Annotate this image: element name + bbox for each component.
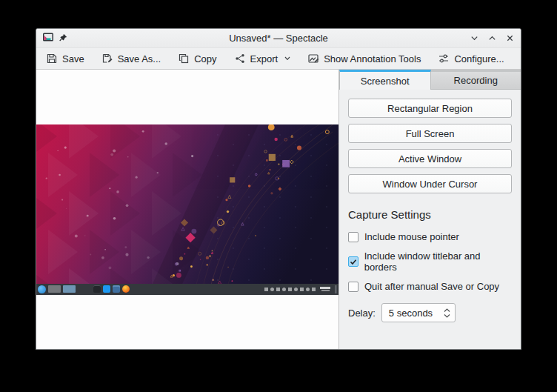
window-title: Unsaved* — Spectacle	[36, 33, 521, 44]
kate-icon	[103, 285, 110, 293]
configure-sliders-icon	[438, 53, 450, 64]
save-as-button[interactable]: Save As...	[101, 53, 161, 64]
tray-icon	[306, 288, 310, 291]
spectacle-app-icon	[42, 31, 54, 46]
annotation-icon	[307, 53, 319, 64]
tray-icon	[282, 288, 286, 291]
check-icon	[350, 259, 357, 265]
tray-icon	[270, 288, 274, 291]
wallpaper-art	[36, 124, 338, 295]
checkbox[interactable]	[348, 256, 358, 267]
toolbar: Save Save As... Copy Export	[36, 48, 521, 70]
app-launcher-icon	[38, 285, 46, 293]
preview-taskbar	[36, 284, 338, 295]
save-button[interactable]: Save	[46, 53, 84, 64]
export-share-icon	[234, 53, 246, 64]
checkbox[interactable]	[348, 232, 358, 242]
configure-button[interactable]: Configure...	[438, 53, 504, 64]
show-desktop-button	[335, 285, 337, 293]
save-icon	[46, 53, 58, 64]
firefox-icon	[122, 285, 130, 293]
tray-icon	[264, 288, 268, 291]
maximize-button[interactable]	[487, 33, 497, 44]
preview-canvas	[36, 70, 338, 349]
desktop-background: Unsaved* — Spectacle Save	[0, 0, 557, 392]
pin-icon[interactable]	[59, 32, 67, 45]
copy-button[interactable]: Copy	[178, 53, 216, 64]
titlebar[interactable]: Unsaved* — Spectacle	[36, 29, 521, 48]
active-window-button[interactable]: Active Window	[348, 149, 512, 168]
delay-row: Delay: 5 seconds	[348, 303, 512, 322]
include-titlebar-checkbox[interactable]: Include window titlebar and borders	[348, 250, 512, 273]
konsole-icon	[93, 285, 101, 293]
checkbox[interactable]	[348, 282, 358, 292]
export-button[interactable]: Export	[234, 53, 291, 64]
screenshot-preview[interactable]	[36, 124, 338, 295]
tray-icon	[276, 288, 280, 291]
system-tray	[264, 288, 316, 291]
tab-recording[interactable]: Recording	[431, 70, 521, 90]
window-under-cursor-button[interactable]: Window Under Cursor	[348, 174, 512, 193]
full-screen-button[interactable]: Full Screen	[348, 124, 512, 143]
spin-up-icon[interactable]	[444, 308, 450, 313]
tab-screenshot[interactable]: Screenshot	[339, 70, 431, 90]
show-annotation-tools-button[interactable]: Show Annotation Tools	[307, 53, 421, 64]
delay-label: Delay:	[348, 308, 376, 319]
save-as-icon	[101, 53, 113, 64]
chevron-down-icon	[284, 56, 290, 61]
rectangular-region-button[interactable]: Rectangular Region	[348, 99, 512, 118]
copy-icon	[178, 53, 190, 64]
spectacle-window: Unsaved* — Spectacle Save	[36, 28, 521, 350]
virtual-desktop-2	[63, 285, 76, 293]
virtual-desktop-1	[48, 285, 61, 293]
tray-icon	[288, 288, 292, 291]
tray-icon	[294, 288, 298, 291]
close-button[interactable]	[504, 33, 515, 44]
minimize-button[interactable]	[469, 33, 479, 44]
capture-settings-heading: Capture Settings	[348, 208, 512, 221]
file-manager-icon	[113, 285, 120, 293]
tray-icon	[300, 288, 304, 291]
capture-panel: Screenshot Recording Rectangular Region …	[338, 70, 521, 349]
spin-down-icon[interactable]	[444, 313, 450, 318]
delay-value: 5 seconds	[389, 308, 444, 319]
mode-tabs: Screenshot Recording	[339, 70, 521, 90]
tray-icon	[312, 288, 316, 291]
include-mouse-pointer-checkbox[interactable]: Include mouse pointer	[348, 231, 512, 242]
taskbar-clock	[320, 287, 330, 291]
quit-after-save-checkbox[interactable]: Quit after manual Save or Copy	[348, 281, 512, 292]
delay-spinbox[interactable]: 5 seconds	[381, 303, 456, 322]
